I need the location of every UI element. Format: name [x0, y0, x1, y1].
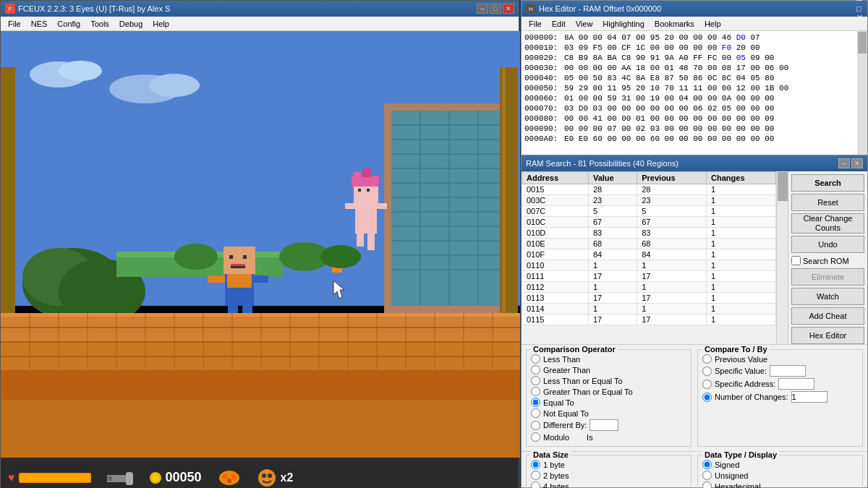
- greater-equal-radio[interactable]: [531, 387, 540, 396]
- table-row[interactable]: 0110 1 1 1: [522, 260, 776, 271]
- different-by-input[interactable]: [590, 419, 618, 431]
- table-row[interactable]: 010C 67 67 1: [522, 217, 776, 228]
- less-equal-radio[interactable]: [531, 376, 540, 385]
- svg-point-92: [227, 479, 231, 483]
- add-cheat-button[interactable]: Add Cheat: [791, 307, 864, 325]
- table-row[interactable]: 003C 23 23 1: [522, 195, 776, 206]
- search-rom-checkbox[interactable]: [791, 256, 801, 265]
- 2bytes-radio[interactable]: [531, 471, 540, 480]
- ram-table-body: 0015 28 28 1 003C 23 23 1 007C 5 5 1 010…: [522, 184, 776, 325]
- specific-value-input[interactable]: [770, 365, 806, 377]
- undo-button[interactable]: Undo: [791, 236, 864, 253]
- hex-row: 000080:00 00 41 00 00 01 00 00 00 00 00 …: [524, 114, 854, 124]
- table-row[interactable]: 0115 17 17 1: [522, 314, 776, 325]
- fceux-maximize-btn[interactable]: □: [490, 4, 501, 14]
- hex-menu-help[interactable]: Help: [700, 18, 726, 30]
- signed-radio[interactable]: [702, 460, 712, 469]
- hex-minimize-btn[interactable]: ─: [856, 0, 863, 4]
- cell-changes: 1: [707, 228, 776, 239]
- less-than-radio[interactable]: [531, 354, 540, 364]
- hex-menu-bookmarks[interactable]: Bookmarks: [650, 18, 699, 30]
- greater-than-radio[interactable]: [531, 365, 540, 374]
- table-row[interactable]: 0015 28 28 1: [522, 184, 776, 195]
- hex-menu-view[interactable]: View: [571, 18, 597, 30]
- reset-button[interactable]: Reset: [791, 194, 864, 211]
- hex-maximize-btn[interactable]: □: [856, 4, 863, 13]
- table-row[interactable]: 0112 1 1 1: [522, 282, 776, 293]
- table-row[interactable]: 0113 17 17 1: [522, 293, 776, 304]
- hex-menu-highlighting[interactable]: Highlighting: [598, 18, 648, 30]
- hex-editor-button[interactable]: Hex Editor: [791, 327, 864, 344]
- ram-minimize-btn[interactable]: ─: [838, 158, 850, 168]
- table-row[interactable]: 010D 83 83 1: [522, 228, 776, 239]
- num-changes-input[interactable]: [791, 391, 827, 403]
- ram-close-btn[interactable]: ✕: [851, 158, 863, 168]
- hex-menu-edit[interactable]: Edit: [548, 18, 570, 30]
- fceux-menu-file[interactable]: File: [4, 18, 25, 30]
- svg-rect-67: [367, 232, 375, 250]
- hex-addr: 000010:: [524, 43, 564, 52]
- cell-address: 0111: [522, 271, 589, 282]
- specific-value-radio[interactable]: [702, 367, 712, 376]
- health-bar: [19, 473, 91, 483]
- search-button[interactable]: Search: [791, 174, 864, 192]
- compare-to-group: Compare To / By Previous Value Specific …: [697, 349, 863, 447]
- hex-addr: 000070:: [524, 104, 564, 113]
- hex-row: 000000:8A 00 00 04 07 00 95 20 00 00 00 …: [524, 33, 854, 43]
- prev-value-label: Previous Value: [715, 355, 767, 364]
- table-row[interactable]: 0111 17 17 1: [522, 271, 776, 282]
- specific-addr-input[interactable]: [778, 378, 814, 390]
- hex-menu-file[interactable]: File: [524, 18, 546, 30]
- fceux-menu-config[interactable]: Config: [53, 18, 85, 30]
- hex-menubar: File Edit View Highlighting Bookmarks He…: [522, 17, 867, 31]
- watch-button[interactable]: Watch: [791, 288, 864, 305]
- table-row[interactable]: 010E 68 68 1: [522, 239, 776, 249]
- not-equal-radio[interactable]: [531, 408, 540, 418]
- fceux-menu-debug[interactable]: Debug: [115, 18, 147, 30]
- different-by-row: Different By:: [531, 419, 686, 431]
- 4bytes-radio[interactable]: [531, 481, 540, 488]
- cell-changes: 1: [707, 217, 776, 228]
- different-by-radio[interactable]: [531, 421, 540, 430]
- hex-scrollbar[interactable]: [857, 31, 867, 155]
- hex-bytes: 03 09 F5 00 CF 1C 00 00 00 00 00 F0 20 0…: [564, 43, 760, 52]
- table-row[interactable]: 007C 5 5 1: [522, 206, 776, 217]
- fceux-menu-tools[interactable]: Tools: [86, 18, 114, 30]
- hex-close-btn[interactable]: ✕: [856, 13, 863, 22]
- num-changes-radio[interactable]: [702, 393, 712, 402]
- cell-value: 1: [588, 304, 637, 314]
- cell-value: 17: [588, 314, 637, 325]
- prev-value-radio[interactable]: [702, 354, 712, 364]
- clear-change-button[interactable]: Clear ChangeCounts: [791, 213, 864, 234]
- fceux-close-btn[interactable]: ✕: [503, 4, 514, 14]
- ram-results-scrollbar[interactable]: [776, 171, 788, 344]
- hexadecimal-radio[interactable]: [702, 481, 712, 488]
- cell-previous: 1: [637, 304, 707, 314]
- table-row[interactable]: 0114 1 1 1: [522, 304, 776, 314]
- svg-point-93: [258, 469, 276, 487]
- hex-bytes: 00 00 00 07 00 02 03 00 00 00 00 00 00 0…: [564, 124, 774, 133]
- equal-to-radio[interactable]: [531, 398, 540, 407]
- fceux-minimize-btn[interactable]: ─: [477, 4, 488, 14]
- modulo-radio[interactable]: [531, 432, 540, 442]
- data-type-group: Data Type / Display Signed Unsigned Hexa…: [697, 455, 863, 488]
- table-row[interactable]: 010F 84 84 1: [522, 249, 776, 260]
- svg-point-4: [149, 74, 200, 97]
- cell-changes: 1: [707, 271, 776, 282]
- hex-title: Hex Editor - RAM Offset 0x000000: [539, 4, 661, 13]
- eliminate-button[interactable]: Eliminate: [791, 268, 864, 286]
- cell-changes: 1: [707, 184, 776, 195]
- cell-previous: 5: [637, 206, 707, 217]
- svg-point-2: [59, 61, 102, 81]
- hex-scroll-thumb[interactable]: [858, 32, 867, 53]
- specific-addr-radio[interactable]: [702, 380, 712, 389]
- fceux-menubar: File NES Config Tools Debug Help: [1, 17, 519, 31]
- coin-display: 00050: [149, 470, 202, 486]
- fceux-menu-nes[interactable]: NES: [27, 18, 52, 30]
- specific-value-row: Specific Value:: [702, 365, 858, 377]
- fceux-menu-help[interactable]: Help: [148, 18, 174, 30]
- unsigned-radio[interactable]: [702, 471, 712, 480]
- 1byte-radio[interactable]: [531, 460, 540, 469]
- data-size-group: Data Size 1 byte 2 bytes 4 bytes Check M…: [526, 455, 692, 488]
- ram-scroll-thumb[interactable]: [778, 172, 788, 201]
